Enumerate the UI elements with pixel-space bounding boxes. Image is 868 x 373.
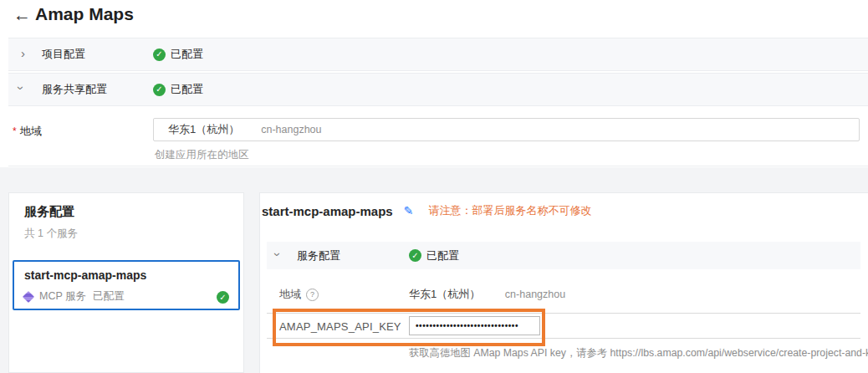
service-status-text: 已配置: [93, 289, 125, 304]
accordion-row-project-config[interactable]: › 项目配置 ✓ 已配置: [8, 38, 868, 71]
check-circle-icon: ✓: [153, 49, 166, 61]
accordion-label: 项目配置: [42, 47, 85, 62]
api-key-row: AMAP_MAPS_API_KEY ••••••••••••••••••••••…: [267, 313, 860, 339]
chevron-down-icon: ›: [15, 86, 28, 90]
accordion-row-service-share-config[interactable]: › 服务共享配置 ✓ 已配置: [8, 73, 868, 106]
api-key-masked-value: ••••••••••••••••••••••••••••••: [416, 322, 518, 330]
mcp-service-icon: [23, 290, 34, 302]
region-label-text: 地域: [20, 125, 42, 137]
detail-region-values: 华东1（杭州） cn-hangzhou: [409, 287, 565, 302]
service-count: 共 1 个服务: [24, 227, 78, 241]
accordion-label: 服务共享配置: [42, 82, 107, 97]
service-share-config-content: *地域 华东1（杭州） cn-hangzhou 创建应用所在的地区: [8, 107, 868, 166]
region-label-text: 地域: [279, 287, 301, 302]
service-card-name: start-mcp-amap-maps: [24, 268, 146, 282]
service-detail-title: start-mcp-amap-maps: [262, 204, 393, 218]
api-key-input[interactable]: ••••••••••••••••••••••••••••••: [409, 316, 540, 335]
check-circle-icon: ✓: [217, 291, 229, 304]
status-badge: ✓ 已配置: [153, 47, 203, 62]
status-text: 已配置: [426, 248, 459, 263]
region-field-label: *地域: [13, 124, 42, 139]
status-badge: ✓ 已配置: [153, 82, 203, 97]
check-circle-icon: ✓: [409, 249, 421, 262]
region-value: 华东1（杭州）: [168, 122, 239, 137]
chevron-down-icon: ›: [272, 252, 284, 256]
page-header: ← Amap Maps: [0, 0, 868, 37]
check-circle-icon: ✓: [153, 84, 166, 96]
detail-title-row: start-mcp-amap-maps ✎ 请注意：部署后服务名称不可修改: [262, 203, 591, 218]
back-button[interactable]: ←: [10, 3, 34, 27]
region-code: cn-hangzhou: [505, 289, 565, 300]
service-card-start-mcp-amap-maps[interactable]: start-mcp-amap-maps MCP 服务 已配置 ✓: [13, 260, 240, 310]
deploy-warning-text: 请注意：部署后服务名称不可修改: [428, 203, 591, 218]
help-question-icon[interactable]: ?: [306, 289, 319, 301]
service-list-panel: 服务配置 共 1 个服务 start-mcp-amap-maps MCP 服务 …: [8, 192, 244, 373]
status-text: 已配置: [171, 47, 203, 62]
service-type-label: MCP 服务: [39, 289, 86, 304]
service-card-meta: MCP 服务 已配置: [24, 289, 125, 304]
detail-region-label: 地域 ?: [279, 287, 319, 302]
required-asterisk: *: [13, 125, 17, 137]
api-key-helper-text: 获取高德地图 AMap Maps API key，请参考 https://lbs…: [409, 346, 868, 360]
section-header-service-config[interactable]: › 服务配置 ✓ 已配置: [267, 242, 860, 269]
section-label: 服务配置: [297, 248, 340, 263]
chevron-right-icon: ›: [21, 47, 25, 59]
status-badge: ✓ 已配置: [409, 248, 459, 263]
page-title: Amap Maps: [35, 4, 134, 24]
service-detail-panel: start-mcp-amap-maps ✎ 请注意：部署后服务名称不可修改 › …: [259, 192, 868, 373]
back-arrow-icon: ←: [13, 5, 31, 24]
api-key-label: AMAP_MAPS_API_KEY: [279, 319, 401, 332]
status-text: 已配置: [171, 82, 203, 97]
service-list-title: 服务配置: [24, 204, 74, 220]
region-value: 华东1（杭州）: [409, 288, 480, 300]
edit-pencil-icon[interactable]: ✎: [404, 205, 414, 217]
region-select-input[interactable]: 华东1（杭州） cn-hangzhou: [153, 118, 860, 141]
region-helper-text: 创建应用所在的地区: [155, 148, 249, 162]
region-code: cn-hangzhou: [261, 124, 321, 135]
